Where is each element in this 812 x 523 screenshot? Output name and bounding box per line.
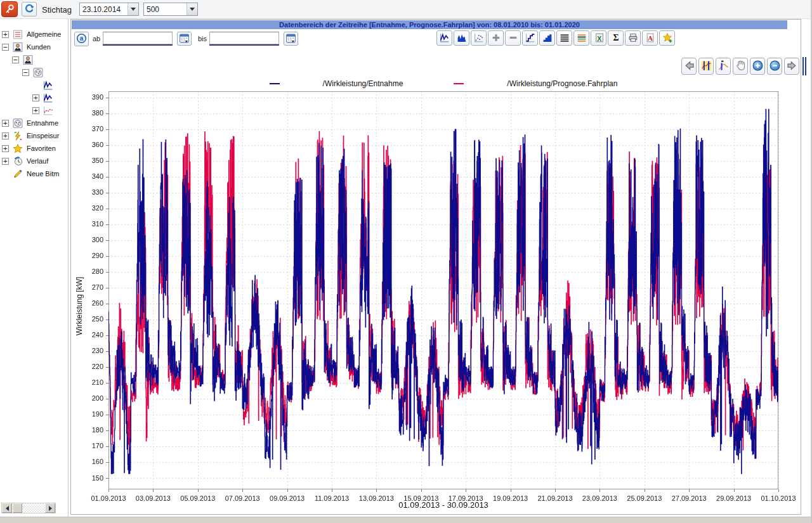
tree-item[interactable] — [0, 79, 67, 91]
x-axis-title: 01.09.2013 - 30.09.2013 — [108, 500, 778, 510]
scrollbar-thumb[interactable] — [13, 503, 22, 513]
nav-left-button[interactable] — [681, 58, 697, 75]
expand-icon[interactable] — [2, 158, 9, 165]
nav-right-icon — [786, 60, 798, 73]
stichtag-date-combobox[interactable]: 23.10.2014 — [79, 3, 139, 16]
zoom-select-icon — [700, 60, 712, 73]
toolbar-grip[interactable] — [802, 57, 806, 75]
expand-icon[interactable] — [2, 145, 9, 152]
tree-item[interactable] — [0, 104, 67, 117]
pencil-icon — [12, 169, 23, 179]
zoom-minus-button[interactable] — [505, 30, 521, 46]
chart-step-icon — [525, 32, 536, 44]
bis-label: bis — [198, 35, 207, 42]
pdf-icon: A — [645, 32, 656, 44]
calendar-icon — [179, 33, 190, 45]
sum-button[interactable]: Σ — [608, 30, 624, 46]
auto-range-button[interactable]: a — [74, 32, 89, 46]
formatted-table-button[interactable] — [573, 30, 589, 46]
date-to-field-wrap — [209, 32, 279, 46]
collapse-icon[interactable] — [12, 56, 19, 63]
tree-item-label: Kunden — [27, 43, 51, 51]
stichtag-date-value: 23.10.2014 — [80, 5, 128, 14]
chart-area-icon — [456, 32, 468, 44]
chart-step-area-button[interactable] — [539, 30, 555, 46]
chart-area-button[interactable] — [454, 30, 469, 46]
tree-item-neue-bitm[interactable]: Neue Bitm — [0, 167, 67, 180]
date-from-input[interactable] — [103, 32, 173, 44]
bolt-icon — [12, 131, 23, 141]
count-dropdown-button[interactable] — [187, 3, 197, 15]
meter-icon — [32, 67, 44, 78]
date-from-calendar-button[interactable] — [177, 32, 192, 46]
tree-item-label: Einspeisur — [27, 132, 59, 139]
tree-item[interactable] — [0, 66, 67, 79]
expand-icon[interactable] — [2, 132, 9, 139]
excel-export-button[interactable]: X — [591, 30, 606, 46]
nav-left-icon — [683, 60, 695, 73]
nav-right-button[interactable] — [784, 58, 799, 75]
tree-item-entnahme[interactable]: Entnahme — [0, 117, 67, 129]
date-from-field-wrap — [103, 32, 173, 46]
sidebar-splitter[interactable] — [68, 19, 69, 517]
tree-item[interactable] — [0, 91, 67, 104]
navigation-tree: AllgemeineKundenEntnahmeEinspeisurFavori… — [0, 19, 67, 517]
stichtag-date-dropdown-button[interactable] — [128, 3, 138, 15]
person-icon — [22, 55, 34, 65]
table-colored-icon — [576, 32, 587, 44]
hand-icon — [735, 60, 747, 73]
zoom-out-button[interactable] — [767, 58, 782, 75]
refresh-icon — [24, 3, 35, 15]
tree-item-allgemeine[interactable]: Allgemeine — [0, 28, 67, 41]
star-plus-icon — [662, 32, 673, 44]
count-combobox[interactable]: 500 — [143, 3, 198, 16]
tree-item-label: Favoriten — [27, 145, 56, 152]
expand-icon[interactable] — [32, 94, 39, 101]
chart-scatter-button[interactable] — [471, 30, 487, 46]
tree-item-einspeisur[interactable]: Einspeisur — [0, 129, 67, 142]
zoom-plus-button[interactable] — [488, 30, 504, 46]
pan-hand-button[interactable] — [733, 58, 748, 75]
meter-icon — [12, 118, 23, 129]
expand-icon[interactable] — [32, 107, 39, 114]
scroll-right-button[interactable] — [45, 503, 55, 513]
marker-button[interactable] — [716, 58, 731, 75]
chart-line-icon — [43, 80, 54, 91]
chart-line-icon — [439, 32, 450, 44]
date-to-calendar-button[interactable] — [284, 32, 298, 46]
print-button[interactable] — [625, 30, 641, 46]
tree-item-kunden[interactable]: Kunden — [0, 41, 67, 53]
sidebar-horizontal-scrollbar[interactable] — [1, 503, 56, 513]
tree-item-favoriten[interactable]: Favoriten — [0, 142, 67, 155]
collapse-icon[interactable] — [22, 69, 29, 76]
login-key-button[interactable] — [1, 1, 18, 17]
table-view-button[interactable] — [556, 30, 572, 46]
chevron-down-icon — [131, 8, 136, 11]
refresh-button[interactable] — [22, 2, 37, 16]
expand-icon[interactable] — [2, 31, 9, 38]
table-icon — [559, 32, 570, 44]
tree-item-label: Entnahme — [27, 119, 58, 127]
collapse-icon[interactable] — [2, 44, 9, 51]
tree-item-verlauf[interactable]: Verlauf — [0, 155, 67, 167]
tree-item[interactable] — [0, 53, 67, 66]
zoom-select-button[interactable] — [698, 58, 714, 75]
zoom-in-button[interactable] — [750, 58, 765, 75]
expand-icon[interactable] — [2, 120, 9, 127]
date-to-input[interactable] — [209, 32, 279, 44]
chart-line-icon — [43, 93, 54, 103]
svg-text:Σ: Σ — [613, 33, 619, 42]
person-icon — [12, 42, 23, 53]
timeseries-chart[interactable] — [75, 82, 802, 513]
scroll-left-button[interactable] — [2, 503, 12, 513]
top-toolbar: Stichtag 23.10.2014 500 — [0, 0, 812, 19]
y-axis-title: Wirkleistung [kW] — [75, 268, 84, 344]
chart-toolbar: XΣA — [436, 30, 675, 46]
a-circle-icon: a — [76, 33, 87, 45]
pdf-export-button[interactable]: A — [642, 30, 658, 46]
chart-line-button[interactable] — [436, 30, 452, 46]
chart-step-button[interactable] — [522, 30, 538, 46]
add-favorite-button[interactable] — [659, 30, 675, 46]
chart-red-icon — [43, 105, 54, 116]
star-icon — [12, 143, 23, 154]
